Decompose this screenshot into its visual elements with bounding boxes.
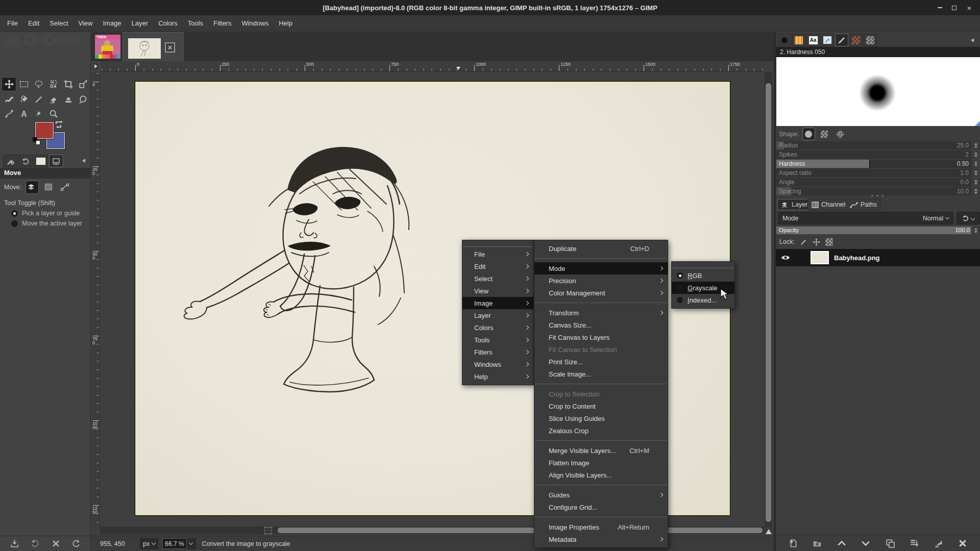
tab-paths[interactable]: Paths [846,199,881,210]
unit-dropdown[interactable]: px [140,538,158,549]
bucket-fill-tool-button[interactable] [16,92,31,107]
context-menu-item[interactable]: Colors [462,321,533,334]
zoom-input[interactable]: 66.7 % [162,538,186,549]
patterns-tab[interactable] [792,34,805,46]
context-menu-item[interactable]: Help [462,370,533,383]
image-menu-item[interactable]: Color Management [534,287,668,299]
fonts-tab[interactable]: Aa [806,34,820,46]
image-menu-item[interactable] [535,258,667,259]
foreground-color-swatch[interactable] [35,122,54,139]
menubar-item[interactable]: Select [44,15,73,32]
close-icon[interactable]: × [964,4,975,12]
move-selection-button[interactable] [42,181,55,194]
mode-menu-item[interactable]: RGB [672,269,734,282]
image-menu-item[interactable]: Canvas Size... [534,319,668,331]
brush-parameter-slider[interactable]: Spikes 2 [776,151,980,159]
image-menu-item[interactable]: Precision [534,274,668,287]
zoom-dropdown-button[interactable] [187,538,196,549]
menubar-item[interactable]: File [2,15,23,32]
image-menu-item[interactable] [535,485,667,485]
lower-layer-icon[interactable] [861,539,870,548]
image-menu-item[interactable] [535,384,667,384]
new-layer-group-icon[interactable] [813,539,822,548]
swap-colors-icon[interactable] [54,120,63,129]
zoom-tool-button[interactable] [46,107,61,121]
clone-tool-button[interactable] [61,92,76,107]
image-menu-item[interactable]: Flatten Image [534,457,668,469]
spinner-buttons[interactable] [972,141,979,149]
ruler-corner-button[interactable] [92,62,100,71]
brush-editor-tab[interactable] [835,34,848,46]
smudge-tool-button[interactable] [76,92,90,107]
quick-mask-toggle-icon[interactable] [264,527,272,534]
menubar-item[interactable]: View [74,15,98,32]
spinner-buttons[interactable] [972,160,979,168]
image-menu-item[interactable] [535,303,667,303]
image-thumbnail-tab[interactable] [34,155,48,167]
context-menu-item[interactable]: Edit [462,260,533,272]
context-menu-item[interactable]: Image [462,297,533,309]
image-menu-item[interactable]: Align Visible Layers... [534,469,668,481]
tool-toggle-radio[interactable]: Pick a layer or guide [0,208,91,218]
paintbrush-tool-button[interactable] [31,92,46,107]
context-menu-item[interactable]: Select [462,272,533,285]
eraser-tool-button[interactable] [46,92,61,107]
unified-transform-tool-button[interactable] [76,77,90,91]
image-menu-item[interactable]: Scale Image... [534,368,668,380]
move-layer-button[interactable] [26,181,39,194]
maximize-icon[interactable] [948,4,960,12]
image-menu-item[interactable]: Crop to Selection [534,388,668,400]
layer-name[interactable]: Babyhead.png [834,254,880,262]
spinner-buttons[interactable] [972,169,979,177]
move-tool-button[interactable] [2,77,16,91]
image-menu-item[interactable]: Metadata [534,533,668,545]
new-layer-icon[interactable] [789,539,798,548]
image-menu-item[interactable] [535,517,667,517]
text-tool-button[interactable]: A [16,107,31,121]
vertical-ruler[interactable]: 0 250 500 750 1000 1250 [92,72,100,527]
tear-off-line[interactable] [673,264,733,268]
image-menu-item[interactable]: Fit Canvas to Selection [534,343,668,356]
vertical-scrollbar[interactable] [765,72,772,527]
spinner-buttons[interactable] [972,227,979,234]
restore-tool-preset-icon[interactable] [31,539,39,548]
image-menu-item[interactable]: Duplicate Ctrl+D [534,242,668,255]
warp-transform-tool-button[interactable] [2,92,16,107]
menubar-item[interactable]: Tools [183,15,208,32]
undo-history-tab[interactable] [18,155,33,167]
opacity-slider[interactable]: Opacity 100.0 [776,227,980,234]
select-by-color-tool-button[interactable] [46,77,61,91]
brushes-tab[interactable] [778,34,791,46]
layer-row[interactable]: Babyhead.png [776,249,980,266]
palettes-tab[interactable] [864,34,877,46]
tool-options-tab[interactable]: i [3,155,17,167]
lock-alpha-icon[interactable] [825,238,833,246]
menubar-item[interactable]: Edit [23,15,44,32]
spinner-buttons[interactable] [972,151,979,159]
layer-visibility-eye-icon[interactable] [781,254,790,261]
image-menu-item[interactable]: Image Properties Alt+Return [534,521,668,533]
rectangle-select-tool-button[interactable] [16,77,31,91]
minimize-icon[interactable] [934,4,945,12]
tool-toggle-radio[interactable]: Move the active layer [0,218,91,229]
crop-tool-button[interactable] [61,77,76,91]
collapse-dock-icon[interactable] [969,37,975,43]
context-menu-item[interactable]: Filters [462,346,533,358]
menubar-item[interactable]: Filters [208,15,236,32]
raise-layer-icon[interactable] [837,539,846,548]
layer-mode-dropdown[interactable]: Mode Normal [778,212,953,224]
merge-layer-icon[interactable] [910,539,919,548]
image-menu-item[interactable]: Fit Canvas to Layers [534,331,668,343]
brush-parameter-slider[interactable]: Aspect ratio 1.0 [776,169,980,177]
paths-tool-button[interactable] [2,107,16,121]
horizontal-scrollbar-thumb[interactable] [278,528,763,533]
image-menu-item[interactable]: Merge Visible Layers... Ctrl+M [534,444,668,457]
menubar-item[interactable]: Help [274,15,298,32]
image-menu-item[interactable]: Transform [534,307,668,319]
gradients-tab[interactable] [849,34,863,46]
image-menu-item[interactable] [535,440,667,441]
blend-space-button[interactable] [957,212,980,224]
menubar-item[interactable]: Layer [127,15,154,32]
brush-parameter-slider[interactable]: Hardness 0.50 [776,160,980,168]
reset-tool-options-icon[interactable] [72,539,81,548]
